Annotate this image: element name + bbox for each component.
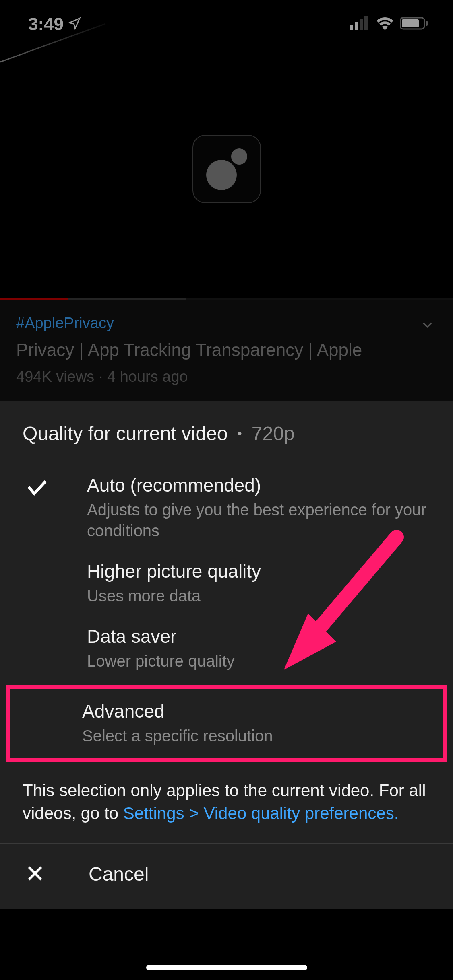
sheet-title: Quality for current video xyxy=(23,422,228,445)
video-age: 4 hours ago xyxy=(107,368,188,385)
svg-rect-3 xyxy=(364,16,368,30)
cancel-label: Cancel xyxy=(89,863,149,885)
sheet-header: Quality for current video • 720p xyxy=(0,401,453,461)
svg-rect-2 xyxy=(360,19,363,30)
video-info-panel[interactable]: #ApplePrivacy Privacy | App Tracking Tra… xyxy=(0,300,453,401)
chevron-down-icon[interactable] xyxy=(419,317,435,335)
status-bar: 3:49 xyxy=(0,0,453,40)
quality-option-auto[interactable]: Auto (recommended) Adjusts to give you t… xyxy=(0,465,453,551)
svg-rect-1 xyxy=(355,22,358,30)
svg-rect-6 xyxy=(426,21,428,26)
cellular-signal-icon xyxy=(350,16,370,32)
svg-rect-0 xyxy=(350,25,353,30)
option-title: Data saver xyxy=(87,626,430,647)
video-player[interactable] xyxy=(0,40,453,298)
settings-link[interactable]: Settings > Video quality preferences. xyxy=(123,804,399,823)
option-subtitle: Uses more data xyxy=(87,585,430,606)
home-indicator[interactable] xyxy=(146,965,307,970)
video-meta: 494K views · 4 hours ago xyxy=(16,368,437,385)
svg-rect-5 xyxy=(402,19,419,27)
quality-option-datasaver[interactable]: Data saver Lower picture quality xyxy=(0,616,453,681)
cancel-button[interactable]: Cancel xyxy=(0,844,453,909)
wifi-icon xyxy=(376,16,394,32)
quality-sheet: Quality for current video • 720p Auto (r… xyxy=(0,401,453,909)
location-icon xyxy=(68,14,81,34)
option-title: Higher picture quality xyxy=(87,560,430,582)
option-subtitle: Adjusts to give you the best experience … xyxy=(87,499,430,541)
quality-option-advanced[interactable]: Advanced Select a specific resolution xyxy=(6,685,447,762)
video-views: 494K views xyxy=(16,368,94,385)
option-title: Advanced xyxy=(82,700,426,722)
status-time: 3:49 xyxy=(28,14,64,34)
check-icon xyxy=(26,477,48,501)
close-icon xyxy=(26,864,44,884)
video-title: Privacy | App Tracking Transparency | Ap… xyxy=(16,340,437,360)
option-title: Auto (recommended) xyxy=(87,474,430,496)
current-quality-label: 720p xyxy=(252,422,295,445)
battery-icon xyxy=(400,16,429,32)
quality-option-higher[interactable]: Higher picture quality Uses more data xyxy=(0,551,453,616)
video-content-icon xyxy=(192,135,261,203)
option-subtitle: Select a specific resolution xyxy=(82,725,426,746)
video-hashtag[interactable]: #ApplePrivacy xyxy=(16,315,437,332)
option-subtitle: Lower picture quality xyxy=(87,651,430,671)
quality-disclaimer: This selection only applies to the curre… xyxy=(0,762,453,843)
